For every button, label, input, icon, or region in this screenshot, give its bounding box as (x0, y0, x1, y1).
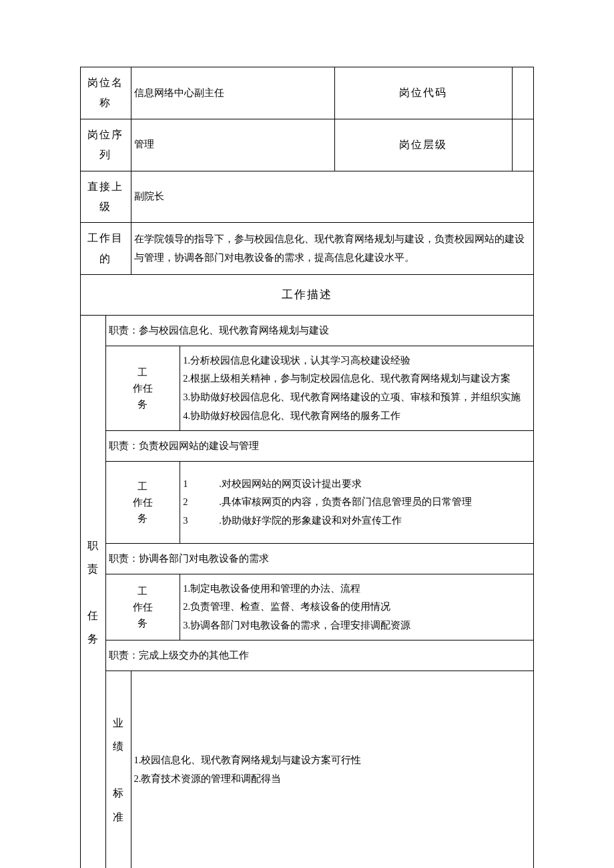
position-name-value: 信息网络中心副主任 (131, 67, 334, 119)
duty-prefix: 职责： (109, 325, 139, 336)
supervisor-value: 副院长 (131, 171, 533, 223)
position-code-value (512, 67, 533, 119)
duty-2-tasks: 1.对校园网站的网页设计提出要求 2.具体审核网页的内容，负责各部门信息管理员的… (180, 461, 534, 544)
task-group-label-2: 工 作任 务 (105, 461, 180, 544)
duties-tasks-label: 职责 任务 (81, 316, 106, 868)
position-level-value (512, 119, 533, 171)
duty-2-title: 职责：负责校园网站的建设与管理 (105, 431, 533, 462)
position-name-label: 岗位名称 (81, 67, 131, 119)
duty-1-title: 职责：参与校园信息化、现代教育网络规划与建设 (105, 316, 533, 346)
duty-3-title: 职责：协调各部门对电教设备的需求 (105, 544, 533, 574)
position-series-label: 岗位序列 (81, 119, 131, 171)
position-code-label: 岗位代码 (334, 67, 512, 119)
position-level-label: 岗位层级 (334, 119, 512, 171)
position-series-value: 管理 (131, 119, 334, 171)
duty-1-tasks: 1.分析校园信息化建设现状，认其学习高校建设经验 2.根据上级相关精神，参与制定… (180, 346, 534, 430)
job-description-section-header: 工作描述 (81, 275, 534, 316)
duty-4-title: 职责：完成上级交办的其他工作 (105, 640, 533, 671)
performance-items: 1.校园信息化、现代教育网络规划与建设方案可行性 2.教育技术资源的管理和调配得… (131, 671, 533, 868)
duty-3-tasks: 1.制定电教设备使用和管理的办法、流程 2.负责管理、检查、监督、考核设备的使用… (180, 574, 534, 640)
purpose-value: 在学院领导的指导下，参与校园信息化、现代教育网络规划与建设，负责校园网站的建设与… (131, 223, 533, 275)
task-group-label-3: 工 作任 务 (105, 574, 180, 640)
supervisor-label: 直接上级 (81, 171, 131, 223)
task-group-label-1: 工 作任 务 (105, 346, 180, 430)
performance-label: 业绩 标准 (105, 671, 131, 868)
purpose-label: 工作目的 (81, 223, 131, 275)
job-description-table: 岗位名称 信息网络中心副主任 岗位代码 岗位序列 管理 岗位层级 直接上级 副院… (80, 67, 534, 868)
